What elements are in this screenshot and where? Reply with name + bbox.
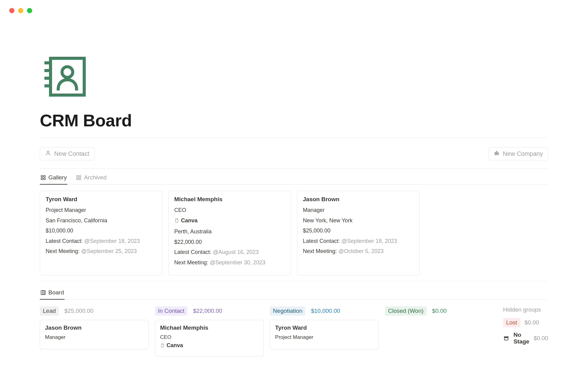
tab-board-label: Board — [48, 289, 64, 296]
stage-pill[interactable]: Lead — [40, 306, 59, 316]
stage-pill[interactable]: In Contact — [155, 306, 188, 316]
svg-rect-22 — [504, 338, 508, 340]
svg-point-5 — [62, 67, 73, 78]
card-amount: $25,000.00 — [303, 228, 414, 234]
divider — [40, 281, 548, 281]
svg-rect-11 — [44, 175, 45, 177]
svg-rect-18 — [41, 291, 45, 295]
new-contact-button[interactable]: New Contact — [40, 147, 95, 160]
window-traffic-lights — [9, 8, 32, 13]
board-card-name: Tyron Ward — [275, 324, 374, 331]
board-card-role: Project Manager — [275, 334, 374, 340]
svg-rect-17 — [79, 178, 81, 180]
gallery-card[interactable]: Michael MemphisCEO CanvaPerth, Australia… — [168, 191, 291, 275]
gallery-card[interactable]: Jason BrownManagerNew York, New York$25,… — [297, 191, 420, 275]
card-next-meeting: Next Meeting: @September 25, 2023 — [46, 248, 156, 255]
card-location: New York, New York — [303, 217, 414, 224]
board-view-icon — [40, 290, 46, 295]
card-name: Tyron Ward — [46, 196, 156, 203]
archive-icon — [503, 335, 509, 341]
new-contact-label: New Contact — [54, 150, 89, 157]
card-role: Manager — [303, 207, 414, 214]
tab-gallery-label: Gallery — [48, 174, 67, 181]
building-icon — [494, 150, 500, 158]
board-card[interactable]: Tyron Ward Project Manager — [270, 320, 379, 349]
board-columns: Lead $25,000.00 Jason Brown Manager In C… — [40, 300, 548, 356]
card-next-meeting: Next Meeting: @September 30, 2023 — [174, 259, 285, 266]
gallery-view-icon — [40, 175, 46, 180]
stage-amount: $10,000.00 — [311, 308, 340, 314]
stage-amount: $22,000.00 — [193, 308, 222, 314]
hidden-group-lost[interactable]: Lost $0.00 — [503, 318, 548, 327]
card-amount: $10,000.00 — [46, 228, 156, 234]
svg-rect-8 — [496, 151, 497, 155]
tab-archived-label: Archived — [84, 174, 107, 181]
card-latest-contact: Latest Contact: @September 18, 2023 — [303, 238, 414, 245]
svg-rect-15 — [79, 175, 81, 177]
company-chip[interactable]: Canva — [174, 217, 198, 224]
maximize-window-icon[interactable] — [27, 8, 32, 13]
stage-pill[interactable]: Negotiation — [270, 306, 305, 316]
stage-pill-lost: Lost — [503, 318, 520, 327]
card-name: Jason Brown — [303, 196, 414, 203]
board-column: In Contact $22,000.00 Michael Memphis CE… — [155, 306, 264, 356]
hidden-groups-title: Hidden groups — [503, 306, 548, 313]
card-latest-contact: Latest Contact: @August 16, 2023 — [174, 249, 285, 256]
lost-amount: $0.00 — [525, 319, 539, 326]
svg-rect-10 — [41, 175, 43, 177]
close-window-icon[interactable] — [9, 8, 14, 13]
board-card[interactable]: Jason Brown Manager — [40, 320, 149, 349]
company-chip[interactable]: Canva — [160, 342, 183, 349]
stage-amount: $0.00 — [432, 308, 447, 314]
card-location: San Francisco, California — [46, 217, 156, 224]
company-name: Canva — [181, 217, 198, 224]
no-stage-label: No Stage — [514, 332, 530, 345]
tab-board[interactable]: Board — [40, 287, 65, 300]
hidden-groups: Hidden groups Lost $0.00 No Stage $0.00 — [500, 306, 548, 349]
board-card-role: Manager — [45, 334, 144, 340]
board-card-name: Jason Brown — [45, 324, 144, 331]
svg-rect-9 — [498, 152, 499, 155]
card-name: Michael Memphis — [174, 196, 285, 203]
page-icon-contact-book[interactable] — [40, 52, 548, 101]
card-next-meeting: Next Meeting: @October 5, 2023 — [303, 248, 414, 255]
svg-rect-7 — [495, 152, 496, 155]
gallery-view-icon — [76, 175, 81, 180]
tab-archived[interactable]: Archived — [75, 172, 107, 185]
svg-rect-16 — [77, 178, 78, 180]
card-latest-contact: Latest Contact: @September 18, 2023 — [46, 238, 156, 245]
board-column: Negotiation $10,000.00 Tyron Ward Projec… — [270, 306, 379, 349]
svg-rect-13 — [44, 178, 45, 180]
page-title: CRM Board — [40, 110, 548, 130]
gallery-card[interactable]: Tyron WardProject ManagerSan Francisco, … — [40, 191, 162, 275]
hidden-group-nostage[interactable]: No Stage $0.00 — [503, 332, 548, 345]
tab-gallery[interactable]: Gallery — [40, 172, 67, 185]
board-column: Closed (Won) $0.00 — [385, 306, 494, 320]
card-location: Perth, Australia — [174, 228, 285, 235]
svg-point-6 — [47, 151, 49, 153]
stage-pill[interactable]: Closed (Won) — [385, 306, 427, 316]
gallery-cards: Tyron WardProject ManagerSan Francisco, … — [40, 185, 548, 275]
stage-amount: $25,000.00 — [64, 308, 93, 314]
minimize-window-icon[interactable] — [18, 8, 23, 13]
board-column: Lead $25,000.00 Jason Brown Manager — [40, 306, 149, 349]
board-card[interactable]: Michael Memphis CEO Canva — [155, 320, 264, 356]
svg-rect-12 — [41, 178, 43, 180]
card-amount: $22,000.00 — [174, 239, 285, 246]
person-add-icon — [45, 150, 51, 158]
card-role: CEO — [174, 207, 285, 214]
card-role: Project Manager — [46, 207, 156, 214]
board-card-role: CEO — [160, 334, 259, 340]
new-company-button[interactable]: New Company — [488, 147, 548, 160]
svg-rect-14 — [77, 175, 78, 177]
company-name: Canva — [167, 342, 183, 349]
svg-rect-21 — [504, 337, 508, 338]
no-stage-amount: $0.00 — [533, 335, 548, 342]
new-company-label: New Company — [503, 150, 543, 157]
board-card-name: Michael Memphis — [160, 324, 259, 331]
